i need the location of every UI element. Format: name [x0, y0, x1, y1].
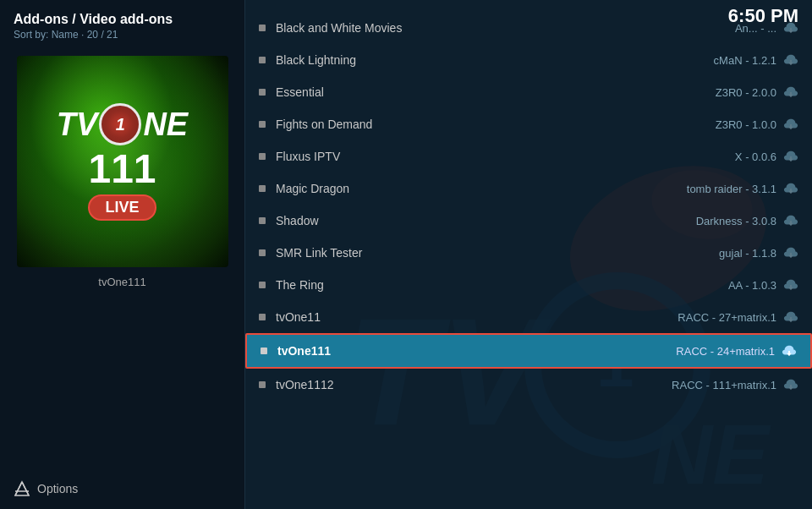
bullet-icon [259, 249, 266, 256]
addon-item-meta: gujal - 1.1.8 [719, 247, 776, 260]
list-item[interactable]: SMR Link Testergujal - 1.1.8 [245, 237, 812, 269]
addon-item-meta: AA - 1.0.3 [728, 279, 776, 292]
tvone-logo: TV 1 NE 111 LIVE [57, 103, 188, 221]
addon-item-meta: RACC - 24+matrix.1 [676, 345, 775, 358]
addon-item-name: The Ring [276, 278, 728, 292]
update-icon [782, 343, 797, 358]
svg-marker-6 [15, 482, 29, 495]
list-item[interactable]: tvOne111RACC - 24+matrix.1 [245, 333, 812, 369]
page-header: Add-ons / Video add-ons Sort by: Name · … [0, 0, 244, 47]
bullet-icon [259, 89, 266, 96]
svg-rect-13 [790, 60, 792, 64]
bullet-icon [259, 314, 266, 320]
clock: 6:50 PM [728, 5, 798, 27]
svg-rect-27 [790, 285, 792, 289]
bullet-icon [259, 381, 266, 388]
list-item[interactable]: Fluxus IPTVX - 0.0.6 [245, 140, 812, 172]
update-icon [783, 309, 798, 325]
bullet-icon [259, 217, 266, 224]
update-icon [783, 149, 798, 164]
live-badge: LIVE [88, 194, 156, 221]
svg-line-9 [22, 482, 29, 495]
svg-rect-11 [790, 28, 792, 32]
addon-item-meta: tomb raider - 3.1.1 [687, 183, 776, 195]
left-panel: Add-ons / Video add-ons Sort by: Name · … [0, 0, 245, 509]
update-icon [783, 277, 798, 293]
addon-item-name: tvOne11 [276, 310, 678, 324]
list-item[interactable]: Fights on DemandZ3R0 - 1.0.0 [245, 108, 812, 140]
update-icon [783, 245, 798, 260]
list-item[interactable]: tvOne1112RACC - 111+matrix.1 [245, 369, 812, 401]
svg-rect-33 [790, 385, 792, 389]
options-button[interactable]: Options [0, 468, 244, 509]
page-subtitle: Sort by: Name · 20 / 21 [14, 29, 231, 41]
list-item[interactable]: Magic Dragontomb raider - 3.1.1 [245, 172, 812, 205]
svg-rect-19 [790, 156, 792, 161]
svg-rect-31 [788, 351, 790, 355]
addon-item-name: Essential [276, 85, 716, 99]
addon-item-meta: RACC - 111+matrix.1 [672, 379, 776, 391]
update-icon [783, 52, 798, 68]
addon-item-name: Magic Dragon [276, 182, 687, 195]
addon-thumbnail: TV 1 NE 111 LIVE [17, 56, 228, 267]
svg-rect-25 [790, 253, 792, 257]
addon-number: 111 [88, 149, 156, 189]
addon-item-meta: cMaN - 1.2.1 [714, 54, 776, 67]
update-icon [783, 181, 798, 196]
svg-rect-21 [790, 189, 792, 193]
addon-item-name: Black and White Movies [276, 21, 735, 35]
list-item[interactable]: Black LightningcMaN - 1.2.1 [245, 44, 812, 76]
options-icon [14, 480, 30, 497]
svg-rect-23 [790, 221, 792, 225]
list-item[interactable]: EssentialZ3R0 - 2.0.0 [245, 76, 812, 108]
svg-rect-17 [790, 124, 792, 129]
addon-item-meta: X - 0.0.6 [735, 151, 776, 163]
bullet-icon [259, 25, 266, 31]
right-panel: 6:50 PM Black and White MoviesAn... - ..… [245, 0, 812, 509]
bullet-icon [259, 282, 266, 288]
addon-item-name: tvOne111 [277, 344, 676, 358]
update-icon [783, 377, 798, 392]
options-label: Options [37, 482, 78, 495]
selected-addon-name: tvOne111 [0, 276, 244, 297]
top-bar: 6:50 PM [715, 0, 812, 27]
addon-item-name: SMR Link Tester [276, 246, 719, 260]
addon-list[interactable]: Black and White MoviesAn... - ... Black … [245, 8, 812, 509]
page-title: Add-ons / Video add-ons [14, 12, 231, 27]
update-icon [783, 117, 798, 132]
addon-item-meta: Darkness - 3.0.8 [696, 215, 776, 227]
bullet-icon [259, 185, 266, 192]
svg-line-8 [15, 482, 22, 495]
update-icon [783, 213, 798, 228]
addon-item-name: Black Lightning [276, 53, 714, 67]
update-icon [783, 85, 798, 100]
addon-item-meta: Z3R0 - 2.0.0 [716, 86, 776, 99]
addon-item-name: Fights on Demand [276, 118, 716, 131]
list-item[interactable]: The RingAA - 1.0.3 [245, 269, 812, 301]
list-item[interactable]: tvOne11RACC - 27+matrix.1 [245, 301, 812, 333]
addon-item-meta: RACC - 27+matrix.1 [678, 311, 776, 324]
svg-rect-15 [790, 92, 792, 96]
bullet-icon [259, 153, 266, 160]
addon-item-name: tvOne1112 [276, 378, 672, 391]
bullet-icon [259, 121, 266, 128]
bullet-icon [259, 57, 266, 63]
addon-item-meta: Z3R0 - 1.0.0 [716, 118, 776, 131]
addon-item-name: Shadow [276, 214, 696, 227]
svg-rect-29 [790, 317, 792, 321]
bullet-icon [261, 348, 267, 354]
list-item[interactable]: ShadowDarkness - 3.0.8 [245, 205, 812, 237]
addon-item-name: Fluxus IPTV [276, 150, 735, 163]
